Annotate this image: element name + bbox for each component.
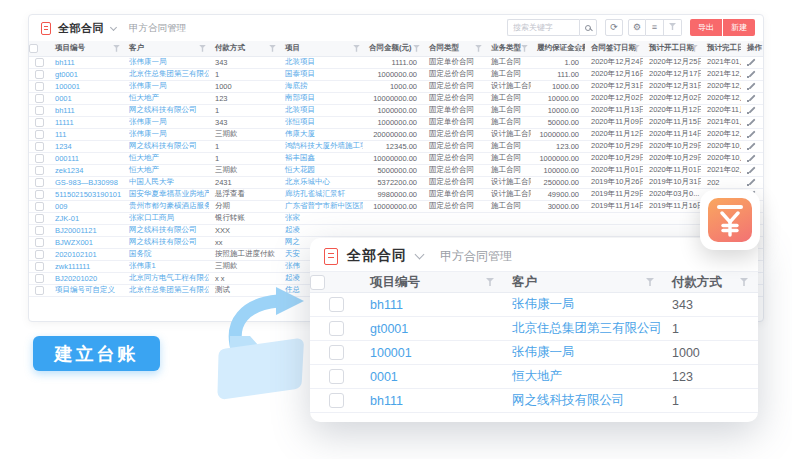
row-checkbox[interactable] xyxy=(35,58,44,67)
cell-customer[interactable]: 张伟康1 xyxy=(123,260,209,272)
cell-customer[interactable]: 网之线科技有限公司 xyxy=(504,389,664,413)
cell-project-id[interactable]: 0001 xyxy=(49,92,123,104)
row-checkbox[interactable] xyxy=(35,118,44,127)
cell-customer[interactable]: 网之线科技有限公司 xyxy=(123,224,209,236)
cell-customer[interactable]: 张伟康一局 xyxy=(123,56,209,68)
cell-customer[interactable]: 网之线科技有限公司 xyxy=(123,236,209,248)
row-checkbox[interactable] xyxy=(35,214,44,223)
filter-icon[interactable] xyxy=(646,278,654,286)
filter-icon[interactable] xyxy=(740,278,748,286)
row-checkbox[interactable] xyxy=(329,297,344,312)
cell-project-id[interactable]: zek1234 xyxy=(49,164,123,176)
row-checkbox[interactable] xyxy=(329,393,344,408)
cell-customer[interactable]: 网之线科技有限公司 xyxy=(123,104,209,116)
cell-project-id[interactable]: BJ20201020 xyxy=(49,272,123,284)
cell-customer[interactable]: 张伟康一局 xyxy=(504,341,664,365)
cell-customer[interactable]: 恒大地产 xyxy=(504,365,664,389)
cell-project[interactable]: 廊坊孔雀城汇景轩 xyxy=(279,188,363,200)
cell-project[interactable]: 北装项目 xyxy=(279,56,363,68)
cell-customer[interactable]: 恒大地产 xyxy=(123,164,209,176)
row-checkbox[interactable] xyxy=(35,130,44,139)
cell-project-id[interactable]: BJ20001121 xyxy=(49,224,123,236)
cell-project-id[interactable]: bh111 xyxy=(362,389,504,413)
row-checkbox[interactable] xyxy=(35,250,44,259)
cell-customer[interactable]: 恒大地产 xyxy=(123,92,209,104)
search-button[interactable] xyxy=(579,19,597,36)
cell-customer[interactable]: 北京住总集团第三有限公司 xyxy=(123,284,209,296)
settings-button[interactable]: ⚙ xyxy=(628,19,646,36)
cell-project-id[interactable]: ZJK-01 xyxy=(49,212,123,224)
row-checkbox[interactable] xyxy=(35,178,44,187)
cell-customer[interactable]: 张伟康一局 xyxy=(123,80,209,92)
cell-project-id[interactable]: GS-983—BJ30998 xyxy=(49,176,123,188)
edit-icon[interactable] xyxy=(748,129,757,138)
row-checkbox[interactable] xyxy=(329,369,344,384)
edit-icon[interactable] xyxy=(748,117,757,126)
cell-project-id[interactable]: 000111 xyxy=(49,152,123,164)
create-ledger-button[interactable]: 建立台账 xyxy=(33,336,160,371)
edit-icon[interactable] xyxy=(748,93,757,102)
filter-icon[interactable] xyxy=(486,278,494,286)
cell-project[interactable]: 裕丰国鑫 xyxy=(279,152,363,164)
cell-project-id[interactable]: bh111 xyxy=(49,104,123,116)
columns-button[interactable]: ≡ xyxy=(646,19,664,36)
cell-customer[interactable]: 张伟康一局 xyxy=(123,128,209,140)
row-checkbox[interactable] xyxy=(35,166,44,175)
row-checkbox[interactable] xyxy=(35,226,44,235)
row-checkbox[interactable] xyxy=(35,238,44,247)
cell-project[interactable]: 张恒项目 xyxy=(279,116,363,128)
filter-icon[interactable] xyxy=(113,45,120,52)
cell-project-id[interactable]: zwk111111 xyxy=(49,260,123,272)
cell-project-id[interactable]: bh111 xyxy=(362,293,504,317)
cell-customer[interactable]: 国安华夏幸福基业房地产... xyxy=(123,188,209,200)
select-all-checkbox[interactable] xyxy=(29,44,38,53)
cell-project-id[interactable]: 111 xyxy=(49,128,123,140)
edit-icon[interactable] xyxy=(748,57,757,66)
edit-icon[interactable] xyxy=(748,81,757,90)
refresh-button[interactable]: ⟳ xyxy=(605,19,623,36)
row-checkbox[interactable] xyxy=(35,106,44,115)
cell-project-id[interactable]: 100001 xyxy=(49,80,123,92)
row-checkbox[interactable] xyxy=(35,70,44,79)
row-checkbox[interactable] xyxy=(35,94,44,103)
cell-customer[interactable]: 国务院 xyxy=(123,248,209,260)
cell-project-id[interactable]: 11111 xyxy=(49,116,123,128)
row-checkbox[interactable] xyxy=(35,190,44,199)
edit-icon[interactable] xyxy=(748,141,757,150)
cell-project-id[interactable]: BJWZX001 xyxy=(49,236,123,248)
search-input[interactable] xyxy=(507,19,579,36)
cell-project-id[interactable]: 1234 xyxy=(49,140,123,152)
cell-customer[interactable]: 网之线科技有限公司 xyxy=(123,140,209,152)
edit-icon[interactable] xyxy=(748,69,757,78)
cell-project[interactable]: 广东省普宁市新中医医院... xyxy=(279,200,363,212)
edit-icon[interactable] xyxy=(748,105,757,114)
cell-customer[interactable]: 张伟康一局 xyxy=(504,293,664,317)
cell-customer[interactable]: 北京住总集团第三有限公司 xyxy=(504,317,664,341)
filter-icon[interactable] xyxy=(475,45,482,52)
cell-project-id[interactable]: 2020102101 xyxy=(49,248,123,260)
cell-customer[interactable]: 北京住总集团第三有限公司 xyxy=(123,68,209,80)
cell-customer[interactable]: 北京同方电气工程有限公司 xyxy=(123,272,209,284)
row-checkbox[interactable] xyxy=(35,262,44,271)
new-button[interactable]: 新建 xyxy=(723,19,755,36)
row-checkbox[interactable] xyxy=(35,142,44,151)
cell-project-id[interactable]: 5115021503190101 xyxy=(49,188,123,200)
edit-icon[interactable] xyxy=(748,177,757,186)
row-checkbox[interactable] xyxy=(329,345,344,360)
cell-project[interactable]: 北装项目 xyxy=(279,104,363,116)
export-button[interactable]: 导出 xyxy=(690,19,722,36)
row-checkbox[interactable] xyxy=(35,286,44,295)
cell-project[interactable]: 南部项目 xyxy=(279,92,363,104)
cell-customer[interactable]: 贵州市都匀豪横酒店服务有... xyxy=(123,200,209,212)
cell-project[interactable]: 恒大花园 xyxy=(279,164,363,176)
filter-icon[interactable] xyxy=(413,45,420,52)
cell-project-id[interactable]: gt0001 xyxy=(49,68,123,80)
row-checkbox[interactable] xyxy=(35,154,44,163)
cell-project-id[interactable]: gt0001 xyxy=(362,317,504,341)
cell-customer[interactable]: 张伟康一局 xyxy=(123,116,209,128)
cell-project-id[interactable]: bh111 xyxy=(49,56,123,68)
cell-project[interactable]: 北京乐城中心 xyxy=(279,176,363,188)
row-checkbox[interactable] xyxy=(35,274,44,283)
cell-customer[interactable]: 恒大地产 xyxy=(123,152,209,164)
cell-project[interactable]: 国泰项目 xyxy=(279,68,363,80)
